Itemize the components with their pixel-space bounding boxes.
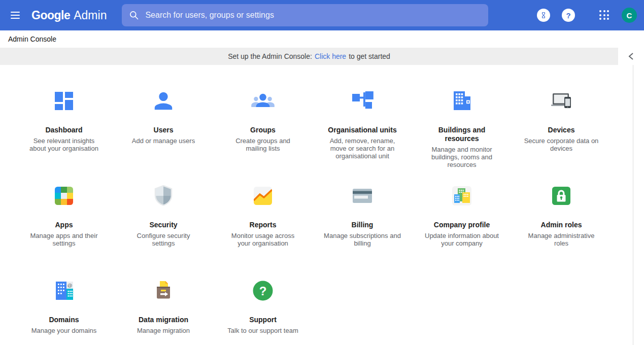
google-admin-logo[interactable]: Google Admin (31, 9, 107, 22)
card-title: Devices (548, 126, 575, 134)
buildings-icon (450, 89, 474, 113)
search-icon (129, 10, 139, 20)
card-description: Update information about your company (423, 232, 500, 247)
menu-hamburger-icon[interactable] (3, 3, 27, 27)
card-grid: Dashboard See relevant insights about yo… (0, 65, 633, 345)
logo-product-text: Admin (74, 9, 107, 22)
svg-text:@: @ (67, 283, 73, 288)
chevron-left-icon[interactable] (626, 50, 637, 62)
card-title: Dashboard (45, 126, 82, 134)
card-description: Manage migration (137, 327, 190, 334)
banner-row: Set up the Admin Console: Click here to … (0, 48, 644, 65)
card-title: Billing (352, 221, 374, 229)
card-title: Domains (49, 316, 79, 324)
devices-icon (549, 89, 573, 113)
card-description: Manage administrative roles (523, 232, 600, 247)
card-dashboard[interactable]: Dashboard See relevant insights about yo… (14, 89, 114, 184)
hourglass-icon[interactable] (537, 9, 550, 22)
card-data-migration[interactable]: Data migration Manage migration (114, 279, 213, 345)
card-description: Add or manage users (132, 137, 195, 145)
breadcrumb: Admin Console (0, 30, 644, 48)
card-description: Configure security settings (125, 232, 202, 247)
admin-roles-lock-icon (549, 184, 573, 208)
card-title: Admin roles (541, 221, 582, 229)
banner-text-prefix: Set up the Admin Console: (228, 52, 312, 60)
setup-banner: Set up the Admin Console: Click here to … (0, 48, 618, 65)
card-description: Manage subscriptions and billing (324, 232, 401, 247)
card-reports[interactable]: Reports Monitor usage across your organi… (213, 184, 313, 279)
card-organisational-units[interactable]: Organisational units Add, remove, rename… (313, 89, 412, 184)
support-icon: ? (251, 279, 275, 303)
dashboard-icon (52, 89, 76, 113)
card-description: See relevant insights about your organis… (25, 137, 103, 152)
search-input[interactable] (145, 11, 481, 20)
apps-icon (52, 184, 76, 208)
card-title: Groups (250, 126, 276, 134)
card-title: Users (154, 126, 174, 134)
svg-text:?: ? (259, 284, 267, 298)
card-title: Company profile (434, 221, 490, 229)
card-buildings-resources[interactable]: Buildings and resources Manage and monit… (412, 89, 512, 184)
card-title: Support (249, 316, 277, 324)
card-billing[interactable]: Billing Manage subscriptions and billing (313, 184, 412, 279)
admin-console-home: Dashboard See relevant insights about yo… (0, 65, 633, 345)
card-users[interactable]: Users Add or manage users (114, 89, 213, 184)
card-description: Manage your domains (31, 327, 97, 334)
card-description: Manage and monitor buildings, rooms and … (423, 146, 500, 168)
card-title: Apps (55, 221, 73, 229)
card-admin-roles[interactable]: Admin roles Manage administrative roles (512, 184, 611, 279)
card-description: Talk to our support team (227, 327, 298, 334)
apps-grid-icon[interactable] (598, 9, 611, 21)
card-description: Monitor usage across your organisation (224, 232, 301, 247)
search-bar[interactable] (122, 4, 488, 26)
help-icon[interactable]: ? (562, 9, 575, 22)
card-domains[interactable]: @ Domains Manage your domains (14, 279, 114, 345)
logo-google-text: Google (31, 9, 70, 22)
card-title: Organisational units (328, 126, 396, 134)
card-support[interactable]: ? Support Talk to our support team (213, 279, 313, 345)
top-app-bar: Google Admin ? C (0, 0, 644, 30)
card-description: Create groups and mailing lists (224, 137, 301, 152)
banner-collapse-area (618, 48, 644, 65)
card-description: Manage apps and their settings (25, 232, 103, 247)
company-profile-icon (450, 184, 474, 208)
card-title: Security (149, 221, 177, 229)
card-description: Add, remove, rename, move or search for … (324, 137, 401, 160)
org-units-icon (350, 89, 375, 113)
avatar[interactable]: C (622, 8, 637, 23)
card-title: Buildings and resources (424, 126, 500, 143)
card-company-profile[interactable]: Company profile Update information about… (412, 184, 512, 279)
card-devices[interactable]: Devices Secure corporate data on devices (512, 89, 611, 184)
users-icon (151, 89, 176, 113)
reports-icon (251, 184, 275, 208)
card-title: Reports (250, 221, 277, 229)
breadcrumb-label: Admin Console (8, 35, 56, 43)
data-migration-icon (151, 279, 176, 303)
domains-icon: @ (52, 279, 76, 303)
card-apps[interactable]: Apps Manage apps and their settings (14, 184, 114, 279)
banner-text-suffix: to get started (349, 52, 390, 60)
card-title: Data migration (139, 316, 188, 324)
card-description: Secure corporate data on devices (523, 137, 600, 152)
topbar-actions: ? C (537, 8, 637, 23)
billing-card-icon (350, 184, 375, 208)
card-security[interactable]: Security Configure security settings (114, 184, 213, 279)
groups-icon (251, 89, 275, 113)
card-groups[interactable]: Groups Create groups and mailing lists (213, 89, 313, 184)
banner-click-here-link[interactable]: Click here (315, 52, 346, 60)
security-shield-icon (151, 184, 176, 208)
